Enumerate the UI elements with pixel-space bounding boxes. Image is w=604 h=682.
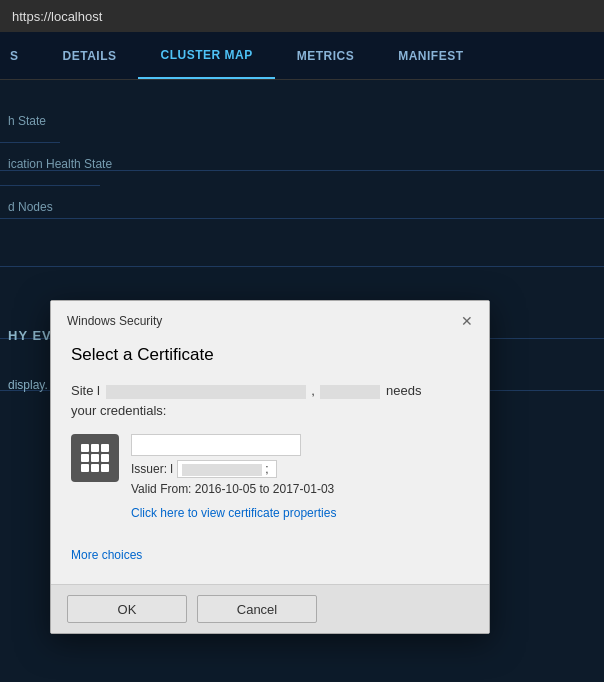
display-label: display. [0,370,56,400]
tab-manifest[interactable]: MANIFEST [376,32,485,79]
cert-dot [101,444,109,452]
url-text: https://localhost [12,9,102,24]
cert-dot [81,464,89,472]
issuer-label: Issuer: l [131,462,173,476]
cert-name-field[interactable] [131,434,301,456]
cert-icon [71,434,119,482]
more-choices-link[interactable]: More choices [71,548,142,562]
content-area: h State ication Health State d Nodes HY … [0,80,604,682]
divider-3 [0,266,604,267]
cert-entry: Issuer: l ; Valid From: 2016-10-05 to 20… [71,434,469,524]
tab-cluster-map[interactable]: CLUSTER MAP [138,32,274,79]
cert-dot [91,464,99,472]
cert-dot [101,454,109,462]
nav-tabs: S DETAILS CLUSTER MAP METRICS MANIFEST [0,32,604,80]
tab-details[interactable]: DETAILS [41,32,139,79]
divider-1 [0,170,604,171]
sidebar: h State ication Health State d Nodes [0,100,120,228]
sidebar-item-health-state: h State [0,100,120,142]
dialog-titlebar: Windows Security ✕ [51,301,489,337]
cert-details: Issuer: l ; Valid From: 2016-10-05 to 20… [131,434,336,524]
cert-properties-link[interactable]: Click here to view certificate propertie… [131,506,336,520]
cert-dot [81,444,89,452]
cert-dot [101,464,109,472]
dialog-content: Select a Certificate Site l , needs your… [51,337,489,584]
cert-dot [81,454,89,462]
divider-2 [0,218,604,219]
sidebar-item-app-health: ication Health State [0,143,120,185]
cancel-button[interactable]: Cancel [197,595,317,623]
dialog-title: Windows Security [67,314,162,328]
dialog-buttons: OK Cancel [51,584,489,633]
tab-metrics[interactable]: METRICS [275,32,377,79]
site-needs-text: Site l , needs your credentials: [71,381,469,420]
cert-dot [91,444,99,452]
cert-valid-dates: Valid From: 2016-10-05 to 2017-01-03 [131,482,336,496]
windows-security-dialog: Windows Security ✕ Select a Certificate … [50,300,490,634]
cert-issuer: Issuer: l ; [131,460,336,478]
sidebar-item-nodes: d Nodes [0,186,120,228]
dialog-heading: Select a Certificate [71,345,469,365]
address-bar: https://localhost [0,0,604,32]
cert-dot [91,454,99,462]
tab-dashboard[interactable]: S [0,32,41,79]
cert-issuer-value: ; [177,460,277,478]
cert-icon-grid [81,444,109,472]
ok-button[interactable]: OK [67,595,187,623]
dialog-close-button[interactable]: ✕ [457,311,477,331]
